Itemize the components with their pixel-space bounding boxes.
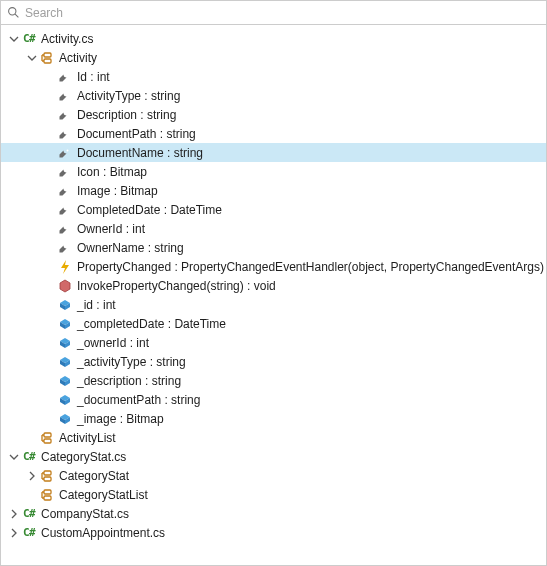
class-icon — [39, 50, 55, 66]
csharp-icon: C# — [21, 31, 37, 47]
tree-row[interactable]: Id : int — [1, 67, 546, 86]
field-icon — [57, 354, 73, 370]
svg-rect-40 — [44, 433, 51, 437]
tree-row[interactable]: Image : Bitmap — [1, 181, 546, 200]
property-icon — [57, 126, 73, 142]
chevron-down-icon[interactable] — [25, 51, 39, 65]
tree-row[interactable]: _description : string — [1, 371, 546, 390]
tree-item-label: Description : string — [76, 108, 176, 122]
csharp-icon: C# — [21, 449, 37, 465]
tree-item-label: _id : int — [76, 298, 116, 312]
search-icon — [7, 6, 20, 19]
search-input[interactable] — [25, 6, 540, 20]
svg-rect-3 — [44, 59, 51, 63]
svg-rect-41 — [44, 439, 51, 443]
property-icon — [57, 88, 73, 104]
svg-point-7 — [67, 73, 69, 75]
svg-rect-45 — [44, 471, 51, 475]
search-bar — [1, 1, 546, 25]
chevron-right-icon[interactable] — [7, 507, 21, 521]
tree-row[interactable]: PropertyChanged : PropertyChangedEventHa… — [1, 257, 546, 276]
property-icon — [57, 221, 73, 237]
svg-point-15 — [67, 225, 69, 227]
csharp-icon: C# — [21, 525, 37, 541]
svg-point-10 — [67, 130, 69, 132]
csharp-icon: C# — [21, 506, 37, 522]
svg-point-0 — [9, 8, 16, 15]
tree-row[interactable]: ActivityList — [1, 428, 546, 447]
tree-row[interactable]: CategoryStatList — [1, 485, 546, 504]
tree-item-label: DocumentPath : string — [76, 127, 196, 141]
svg-rect-51 — [44, 496, 51, 500]
tree-row[interactable]: CategoryStat — [1, 466, 546, 485]
tree-row[interactable]: DocumentPath : string — [1, 124, 546, 143]
tree-item-label: OwnerName : string — [76, 241, 184, 255]
tree-row[interactable]: OwnerName : string — [1, 238, 546, 257]
class-icon — [39, 487, 55, 503]
property-icon — [57, 107, 73, 123]
tree-row[interactable]: _documentPath : string — [1, 390, 546, 409]
property-icon — [57, 145, 73, 161]
tree-row[interactable]: _id : int — [1, 295, 546, 314]
tree-row[interactable]: CompletedDate : DateTime — [1, 200, 546, 219]
svg-point-9 — [67, 111, 69, 113]
field-icon — [57, 411, 73, 427]
svg-marker-18 — [60, 280, 70, 292]
field-icon — [57, 335, 73, 351]
chevron-right-icon[interactable] — [7, 526, 21, 540]
tree-row[interactable]: _ownerId : int — [1, 333, 546, 352]
property-icon — [57, 240, 73, 256]
svg-rect-50 — [44, 490, 51, 494]
tree-item-label: Image : Bitmap — [76, 184, 158, 198]
tree-row[interactable]: Description : string — [1, 105, 546, 124]
tree-item-label: Activity — [58, 51, 97, 65]
property-icon — [57, 202, 73, 218]
tree-item-label: CustomAppointment.cs — [40, 526, 165, 540]
field-icon — [57, 392, 73, 408]
tree-item-label: _description : string — [76, 374, 181, 388]
property-icon — [57, 164, 73, 180]
tree-row[interactable]: DocumentName : string — [1, 143, 546, 162]
field-icon — [57, 373, 73, 389]
tree-item-label: CategoryStat — [58, 469, 129, 483]
tree-item-label: Id : int — [76, 70, 110, 84]
class-icon — [39, 430, 55, 446]
tree-row[interactable]: InvokePropertyChanged(string) : void — [1, 276, 546, 295]
tree-row[interactable]: C#CustomAppointment.cs — [1, 523, 546, 542]
tree-item-label: Activity.cs — [40, 32, 93, 46]
tree-item-label: DocumentName : string — [76, 146, 203, 160]
tree-item-label: PropertyChanged : PropertyChangedEventHa… — [76, 260, 544, 274]
svg-point-12 — [67, 168, 69, 170]
property-icon — [57, 69, 73, 85]
svg-rect-2 — [44, 53, 51, 57]
object-tree: C#Activity.csActivityId : intActivityTyp… — [1, 25, 546, 565]
field-icon — [57, 316, 73, 332]
svg-point-16 — [67, 244, 69, 246]
svg-rect-46 — [44, 477, 51, 481]
tree-row[interactable]: C#CompanyStat.cs — [1, 504, 546, 523]
svg-point-13 — [67, 187, 69, 189]
tree-item-label: InvokePropertyChanged(string) : void — [76, 279, 276, 293]
tree-row[interactable]: _activityType : string — [1, 352, 546, 371]
tree-row[interactable]: OwnerId : int — [1, 219, 546, 238]
class-icon — [39, 468, 55, 484]
tree-item-label: CompanyStat.cs — [40, 507, 129, 521]
chevron-right-icon[interactable] — [25, 469, 39, 483]
tree-item-label: Icon : Bitmap — [76, 165, 147, 179]
svg-marker-17 — [61, 260, 69, 274]
tree-row[interactable]: C#Activity.cs — [1, 29, 546, 48]
tree-row[interactable]: _image : Bitmap — [1, 409, 546, 428]
tree-item-label: _image : Bitmap — [76, 412, 164, 426]
tree-row[interactable]: C#CategoryStat.cs — [1, 447, 546, 466]
svg-point-14 — [67, 206, 69, 208]
chevron-down-icon[interactable] — [7, 32, 21, 46]
tree-row[interactable]: Icon : Bitmap — [1, 162, 546, 181]
tree-item-label: CategoryStatList — [58, 488, 148, 502]
tree-item-label: _completedDate : DateTime — [76, 317, 226, 331]
svg-point-8 — [67, 92, 69, 94]
tree-row[interactable]: Activity — [1, 48, 546, 67]
property-icon — [57, 183, 73, 199]
tree-row[interactable]: _completedDate : DateTime — [1, 314, 546, 333]
chevron-down-icon[interactable] — [7, 450, 21, 464]
tree-row[interactable]: ActivityType : string — [1, 86, 546, 105]
